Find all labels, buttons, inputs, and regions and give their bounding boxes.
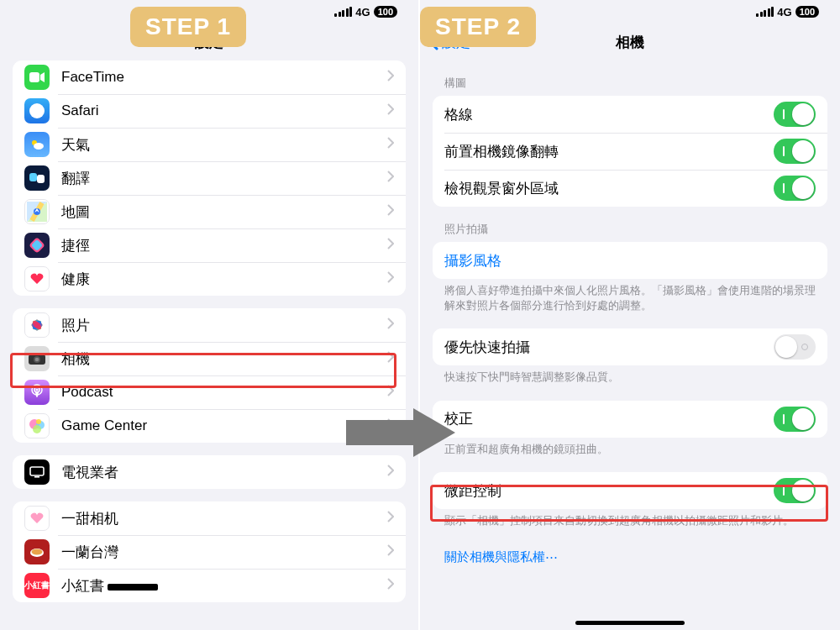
group-lens-correction: 校正 <box>433 401 827 438</box>
row-photographic-styles[interactable]: 攝影風格 <box>433 242 827 279</box>
xhs-icon: 小紅書 <box>24 573 50 598</box>
row-label: Game Center <box>61 417 387 434</box>
toggle-view-outside[interactable] <box>774 176 816 201</box>
row-podcast[interactable]: Podcast <box>13 375 406 409</box>
note-macro-control: 顯示「相機」控制項目來自動切換到超廣角相機以拍攝微距照片和影片。 <box>433 509 827 529</box>
toggle-macro-control[interactable] <box>774 478 816 503</box>
row-label: 校正 <box>444 409 774 428</box>
row-xhs[interactable]: 小紅書 小紅書 <box>13 569 406 602</box>
row-label: 一蘭台灣 <box>61 543 387 562</box>
note-photographic-styles: 將個人喜好帶進拍攝中來個人化照片風格。「攝影風格」會使用進階的場景理解來對照片各… <box>433 279 827 313</box>
row-camera[interactable]: 相機 <box>13 342 406 375</box>
row-lens-correction[interactable]: 校正 <box>433 401 827 438</box>
row-facetime[interactable]: FaceTime <box>13 60 406 94</box>
home-indicator <box>575 621 685 625</box>
step-2-badge: STEP 2 <box>420 7 536 47</box>
link-camera-privacy[interactable]: 關於相機與隱私權⋯ <box>444 549 558 564</box>
svg-point-34 <box>33 425 41 433</box>
row-ichiran[interactable]: 一蘭台灣 <box>13 535 406 569</box>
row-photos[interactable]: 照片 <box>13 308 406 342</box>
note-lens-correction: 正前置和超廣角相機的鏡頭扭曲。 <box>433 438 827 458</box>
facetime-icon <box>24 65 50 90</box>
row-label: 小紅書 <box>61 576 387 596</box>
ichiran-icon <box>24 539 50 564</box>
row-label: Podcast <box>61 384 387 401</box>
chevron-right-icon <box>387 237 394 254</box>
row-label: 優先快速拍攝 <box>444 338 774 357</box>
row-label: 健康 <box>61 270 387 289</box>
row-yitian[interactable]: 一甜相机 <box>13 501 406 535</box>
svg-rect-36 <box>30 467 44 475</box>
chevron-right-icon <box>387 136 394 153</box>
row-mirror-front[interactable]: 前置相機鏡像翻轉 <box>433 133 827 170</box>
camera-settings-screen: 4G 100 設定 相機 構圖 格線 前置相機鏡像翻轉 <box>420 0 840 630</box>
chevron-right-icon <box>387 350 394 367</box>
signal-icon <box>756 7 774 17</box>
app-group-4: 一甜相机 一蘭台灣 小紅書 小紅書 <box>13 501 406 602</box>
row-label: 照片 <box>61 316 387 335</box>
group-macro-control: 微距控制 <box>433 472 827 509</box>
row-weather[interactable]: 天氣 <box>13 128 406 161</box>
yitian-icon <box>24 506 50 531</box>
row-label: 天氣 <box>61 135 387 155</box>
svg-rect-9 <box>37 175 45 183</box>
chevron-right-icon <box>387 102 394 119</box>
toggle-prioritize-faster[interactable] <box>774 334 816 360</box>
page-title: 相機 <box>616 33 644 52</box>
chevron-right-icon <box>387 270 394 287</box>
row-grid[interactable]: 格線 <box>433 96 827 133</box>
svg-rect-16 <box>31 239 43 251</box>
row-label: 捷徑 <box>61 236 387 255</box>
weather-icon <box>24 132 50 157</box>
photos-icon <box>24 312 50 338</box>
svg-point-31 <box>36 389 39 391</box>
chevron-right-icon <box>387 69 394 86</box>
svg-rect-26 <box>34 353 40 356</box>
row-translate[interactable]: 翻譯 <box>13 161 406 195</box>
svg-point-7 <box>34 143 44 150</box>
section-header-composition: 構圖 <box>433 60 827 96</box>
row-shortcuts[interactable]: 捷徑 <box>13 228 406 262</box>
translate-icon <box>24 165 50 191</box>
svg-rect-8 <box>29 173 37 181</box>
row-label: 微距控制 <box>444 481 774 501</box>
row-label: 前置相機鏡像翻轉 <box>444 142 774 161</box>
row-maps[interactable]: 地圖 <box>13 195 406 228</box>
row-label: 格線 <box>444 105 774 124</box>
group-prioritize-faster: 優先快速拍攝 <box>433 328 827 365</box>
row-label: 相機 <box>61 349 387 369</box>
podcast-icon <box>24 380 50 405</box>
row-health[interactable]: 健康 <box>13 262 406 296</box>
maps-icon <box>24 199 50 224</box>
row-gamecenter[interactable]: Game Center <box>13 409 406 443</box>
toggle-grid[interactable] <box>774 102 816 127</box>
row-macro-control[interactable]: 微距控制 <box>433 472 827 509</box>
svg-rect-1 <box>29 72 39 82</box>
row-prioritize-faster[interactable]: 優先快速拍攝 <box>433 328 827 365</box>
chevron-right-icon <box>387 417 394 434</box>
signal-icon <box>334 7 352 17</box>
chevron-right-icon <box>387 384 394 401</box>
row-safari[interactable]: Safari <box>13 94 406 128</box>
app-group-1: FaceTime Safari 天氣 <box>13 60 406 296</box>
group-composition: 格線 前置相機鏡像翻轉 檢視觀景窗外區域 <box>433 96 827 207</box>
svg-marker-2 <box>40 72 45 82</box>
chevron-right-icon <box>387 577 394 594</box>
chevron-right-icon <box>387 317 394 333</box>
section-header-capture: 照片拍攝 <box>433 207 827 242</box>
svg-rect-37 <box>34 476 39 478</box>
health-icon <box>24 266 50 291</box>
group-photographic-styles: 攝影風格 <box>433 242 827 279</box>
row-label: 地圖 <box>61 202 387 222</box>
app-group-3: 電視業者 <box>13 455 406 489</box>
chevron-right-icon <box>387 203 394 220</box>
row-label: Safari <box>61 102 387 119</box>
chevron-right-icon <box>387 464 394 480</box>
row-view-outside-frame[interactable]: 檢視觀景窗外區域 <box>433 170 827 207</box>
gamecenter-icon <box>24 413 50 438</box>
row-tvprovider[interactable]: 電視業者 <box>13 455 406 489</box>
battery-pill: 100 <box>374 6 397 18</box>
svg-point-3 <box>29 103 45 118</box>
toggle-lens-correction[interactable] <box>774 407 816 432</box>
toggle-mirror-front[interactable] <box>774 139 816 164</box>
